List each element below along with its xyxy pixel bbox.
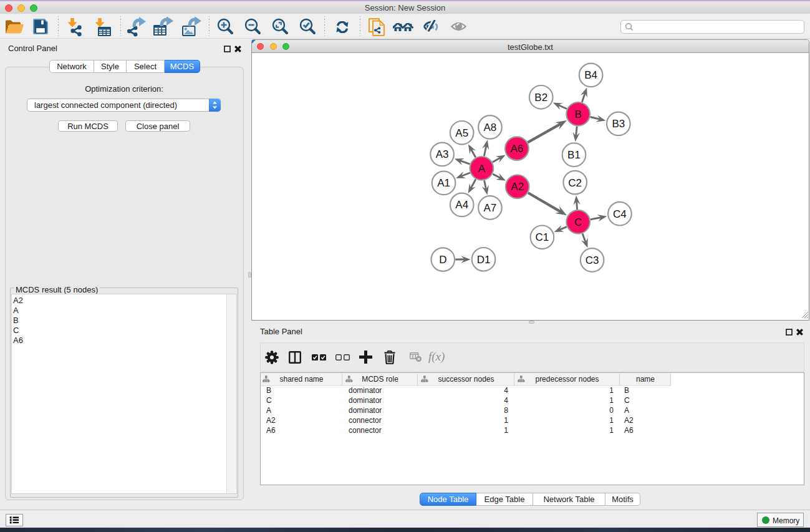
svg-text:A4: A4 (455, 199, 468, 211)
svg-text:C2: C2 (568, 177, 582, 189)
svg-text:B3: B3 (612, 118, 625, 130)
svg-text:A6: A6 (511, 143, 524, 155)
svg-text:B4: B4 (584, 69, 597, 81)
svg-text:A: A (478, 163, 486, 175)
svg-text:A1: A1 (437, 177, 450, 189)
svg-text:D1: D1 (477, 254, 491, 266)
svg-text:C: C (574, 216, 582, 228)
svg-text:C4: C4 (613, 208, 627, 220)
svg-text:A2: A2 (511, 181, 524, 193)
svg-text:C1: C1 (536, 231, 549, 243)
svg-text:B: B (575, 109, 582, 120)
svg-text:A5: A5 (455, 127, 468, 139)
svg-text:B2: B2 (534, 92, 547, 104)
svg-text:B1: B1 (567, 149, 581, 161)
svg-text:A3: A3 (436, 148, 449, 160)
svg-text:A8: A8 (484, 122, 497, 133)
svg-text:D: D (439, 254, 446, 266)
svg-text:A7: A7 (484, 202, 497, 214)
svg-text:C3: C3 (586, 254, 599, 266)
